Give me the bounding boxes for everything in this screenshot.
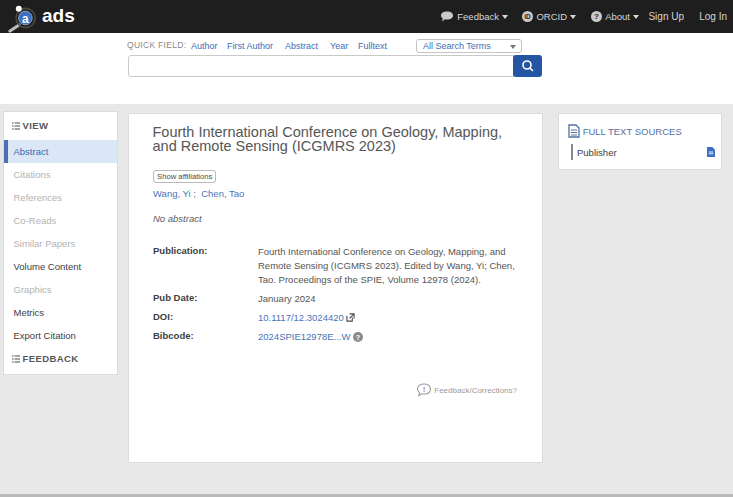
svg-text:!: ! xyxy=(423,385,426,394)
svg-text:?: ? xyxy=(356,333,361,342)
svg-text:iD: iD xyxy=(525,13,532,20)
svg-text:a: a xyxy=(22,12,29,26)
svg-text:?: ? xyxy=(594,12,599,21)
